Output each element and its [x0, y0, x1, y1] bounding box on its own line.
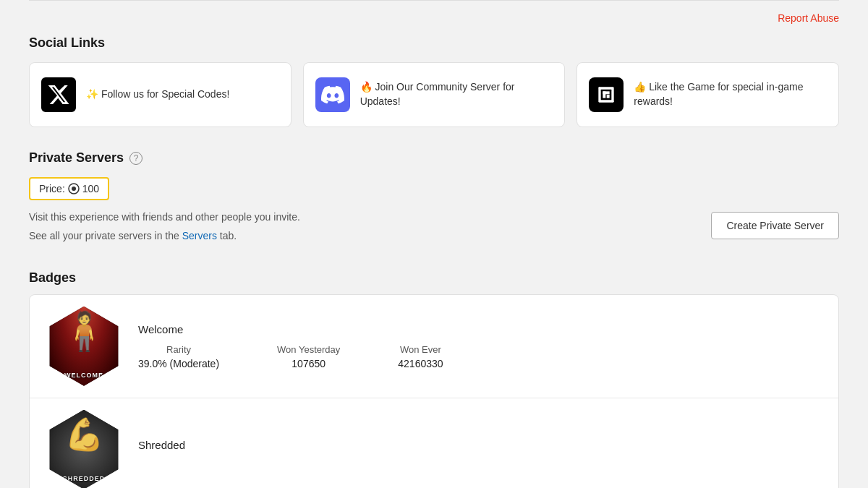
twitter-card-text: ✨ Follow us for Special Codes! [86, 87, 229, 102]
rarity-value: 39.0% (Moderate) [138, 358, 219, 369]
discord-label: Join Our Community Server for Updates! [360, 81, 515, 107]
won-yesterday-value: 107650 [292, 358, 326, 369]
create-private-server-button[interactable]: Create Private Server [711, 212, 839, 239]
social-links-section: Social Links ✨ Follow us for Special Cod… [29, 35, 839, 127]
private-servers-title: Private Servers [29, 150, 124, 166]
social-card-discord[interactable]: 🔥 Join Our Community Server for Updates! [303, 62, 566, 127]
price-value: 100 [82, 183, 99, 194]
desc-prefix: See all your private servers in the [29, 230, 182, 241]
won-ever-value: 42160330 [398, 358, 443, 369]
social-card-roblox[interactable]: 👍 Like the Game for special in-game rewa… [576, 62, 839, 127]
discord-icon [315, 77, 350, 112]
social-links-grid: ✨ Follow us for Special Codes! 🔥 Join Ou… [29, 62, 839, 127]
svg-rect-3 [603, 91, 610, 94]
svg-rect-4 [607, 95, 610, 98]
badge-figure-welcome: 🧍 [61, 309, 108, 354]
private-servers-section: Private Servers ? Price: 100 Visit this … [29, 150, 839, 247]
social-card-twitter[interactable]: ✨ Follow us for Special Codes! [29, 62, 292, 127]
badge-stat-won-yesterday: Won Yesterday 107650 [277, 344, 340, 369]
badge-label-welcome: WELCOME [44, 372, 124, 379]
badge-name-shredded: Shredded [138, 439, 824, 451]
won-yesterday-label: Won Yesterday [277, 344, 340, 355]
report-abuse-link[interactable]: Report Abuse [778, 12, 839, 24]
won-ever-label: Won Ever [400, 344, 441, 355]
badge-info-shredded: Shredded [138, 439, 824, 460]
twitter-label: Follow us for Special Codes! [101, 88, 229, 100]
robux-icon [68, 183, 80, 194]
badge-figure-shredded: 💪 [64, 416, 104, 453]
twitter-icon [41, 77, 76, 112]
svg-point-6 [72, 187, 76, 191]
badges-list: 🧍 WELCOME Welcome Rarity 39.0% (Moderate… [29, 294, 839, 488]
svg-rect-1 [601, 90, 612, 100]
price-label: Price: [39, 183, 65, 194]
badge-stats-welcome: Rarity 39.0% (Moderate) Won Yesterday 10… [138, 344, 824, 369]
private-servers-help-icon[interactable]: ? [129, 152, 142, 165]
badge-hexagon-shredded: 💪 SHREDDED [44, 410, 124, 488]
servers-tab-link[interactable]: Servers [182, 230, 217, 241]
badge-label-shredded: SHREDDED [44, 475, 124, 482]
top-divider [29, 0, 839, 1]
badges-title: Badges [29, 270, 839, 286]
badge-row-welcome: 🧍 WELCOME Welcome Rarity 39.0% (Moderate… [30, 295, 838, 398]
badge-stat-rarity: Rarity 39.0% (Moderate) [138, 344, 219, 369]
badge-image-shredded: 💪 SHREDDED [44, 410, 124, 488]
private-servers-info: Visit this experience with friends and o… [29, 209, 697, 247]
roblox-icon [589, 77, 624, 112]
badges-section: Badges 🧍 WELCOME Welcome [29, 270, 839, 488]
social-links-title: Social Links [29, 35, 839, 51]
badge-info-welcome: Welcome Rarity 39.0% (Moderate) Won Yest… [138, 323, 824, 369]
discord-emoji: 🔥 [360, 81, 375, 93]
badge-hexagon-welcome: 🧍 WELCOME [44, 307, 124, 386]
private-servers-desc-1: Visit this experience with friends and o… [29, 209, 697, 225]
rarity-label: Rarity [166, 344, 191, 355]
badge-name-welcome: Welcome [138, 323, 824, 335]
roblox-emoji: 👍 [634, 81, 649, 93]
badge-stat-won-ever: Won Ever 42160330 [398, 344, 443, 369]
roblox-card-text: 👍 Like the Game for special in-game rewa… [634, 80, 827, 108]
badge-row-shredded: 💪 SHREDDED Shredded [30, 398, 838, 488]
discord-card-text: 🔥 Join Our Community Server for Updates! [360, 80, 553, 108]
badge-image-welcome: 🧍 WELCOME [44, 307, 124, 386]
roblox-label: Like the Game for special in-game reward… [634, 81, 803, 107]
desc-suffix: tab. [217, 230, 237, 241]
price-badge: Price: 100 [29, 177, 109, 200]
private-servers-desc-2: See all your private servers in the Serv… [29, 228, 697, 244]
twitter-emoji: ✨ [86, 88, 101, 100]
